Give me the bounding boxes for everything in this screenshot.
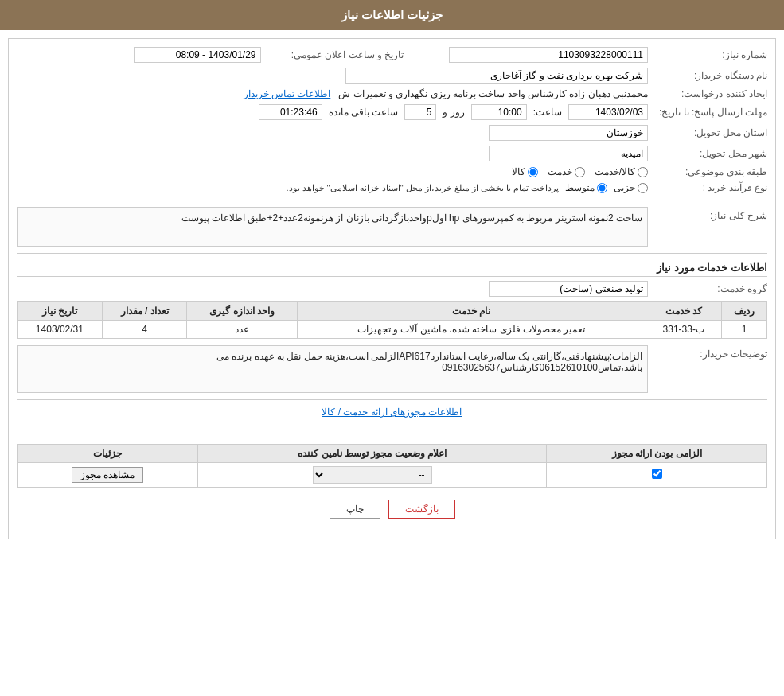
buyer-org-input[interactable]	[345, 68, 648, 84]
permits-status-cell: --	[197, 463, 546, 488]
province-label: استان محل تحویل:	[648, 127, 767, 138]
need-desc-label: شرح کلی نیاز:	[648, 207, 767, 221]
need-number-label: شماره نیاز:	[648, 49, 767, 60]
purchase-type-row: نوع فرآیند خرید : جزیی متوسط پرداخت تمام…	[17, 182, 767, 193]
contact-link[interactable]: اطلاعات تماس خریدار	[244, 88, 331, 99]
province-value	[17, 125, 648, 141]
response-time-input[interactable]	[471, 104, 527, 120]
cell-row: 1	[722, 321, 767, 339]
purchase-type-label: نوع فرآیند خرید :	[648, 182, 767, 193]
datetime-input[interactable]	[134, 47, 261, 63]
print-button[interactable]: چاپ	[330, 500, 380, 519]
city-label: شهر محل تحویل:	[648, 148, 767, 159]
city-value	[17, 146, 648, 161]
province-row: استان محل تحویل:	[17, 125, 767, 141]
view-permit-button[interactable]: مشاهده مجوز	[72, 467, 143, 483]
cell-name: تعمیر محصولات فلزی ساخته شده، ماشین آلات…	[297, 321, 646, 339]
cell-date: 1403/02/31	[18, 321, 103, 339]
remaining-label: ساعت باقی مانده	[329, 107, 399, 118]
bottom-buttons: بازگشت چاپ	[17, 500, 767, 519]
service-group-row: گروه خدمت:	[17, 281, 767, 297]
divider-2	[17, 253, 767, 254]
need-number-row: شماره نیاز: تاریخ و ساعت اعلان عمومی:	[17, 47, 767, 63]
category-khidmat[interactable]: خدمت	[548, 166, 585, 177]
page-container: جزئیات اطلاعات نیاز شماره نیاز: تاریخ و …	[0, 0, 784, 696]
permits-col-status: اعلام وضعیت مجوز توسط نامین کننده	[197, 445, 546, 463]
permits-col-required: الزامی بودن ارائه مجوز	[547, 445, 767, 463]
service-group-value	[17, 281, 648, 297]
radio-kala[interactable]	[528, 167, 538, 177]
response-date-input[interactable]	[568, 104, 648, 120]
need-desc-row: شرح کلی نیاز: ساخت 2نمونه استرینر مربوط …	[17, 207, 767, 247]
requester-value: محمدنبی دهبان زاده کارشناس واحد ساخت برن…	[17, 88, 648, 99]
requester-row: ایجاد کننده درخواست: محمدنبی دهبان زاده …	[17, 88, 767, 99]
buyer-org-row: نام دستگاه خریدار:	[17, 68, 767, 84]
buyer-notes-label: توضیحات خریدار:	[648, 345, 767, 360]
buyer-notes-value: الزامات:پیشنهادفنی،گارانتی یک ساله،رعایت…	[17, 345, 648, 393]
col-qty: تعداد / مقدار	[102, 302, 187, 321]
category-kala[interactable]: کالا	[512, 166, 538, 177]
purchase-note: پرداخت تمام یا بخشی از مبلغ خرید،از محل …	[286, 183, 559, 193]
permits-section-link[interactable]: اطلاعات مجوزهای ارائه خدمت / کالا	[17, 406, 767, 418]
response-deadline-group: ساعت: روز و ساعت باقی مانده	[259, 104, 648, 120]
radio-khidmat[interactable]	[575, 167, 585, 177]
permits-required-checkbox[interactable]	[652, 469, 662, 479]
services-table: ردیف کد خدمت نام خدمت واحد اندازه گیری ت…	[17, 301, 767, 339]
response-deadline-row: مهلت ارسال پاسخ: تا تاریخ: ساعت: روز و س…	[17, 104, 767, 120]
page-title: جزئیات اطلاعات نیاز	[341, 8, 443, 21]
need-number-input[interactable]	[449, 47, 648, 63]
requester-label: ایجاد کننده درخواست:	[648, 88, 767, 99]
service-group-label: گروه خدمت:	[648, 283, 767, 294]
datetime-value	[17, 47, 261, 63]
col-name: نام خدمت	[297, 302, 646, 321]
requester-text: محمدنبی دهبان زاده کارشناس واحد ساخت برن…	[338, 88, 648, 99]
col-date: تاریخ نیاز	[18, 302, 103, 321]
permits-required-cell	[547, 463, 767, 488]
table-row: 1 ب-33-331 تعمیر محصولات فلزی ساخته شده،…	[18, 321, 767, 339]
buyer-org-value	[17, 68, 648, 84]
city-input[interactable]	[489, 146, 648, 161]
radio-kala-khidmat[interactable]	[638, 167, 648, 177]
col-unit: واحد اندازه گیری	[187, 302, 297, 321]
response-days-label: روز و	[443, 107, 464, 118]
need-desc-value: ساخت 2نمونه استرینر مربوط به کمپرسورهای …	[17, 207, 648, 247]
permits-table-row: -- مشاهده مجوز	[18, 463, 767, 488]
cell-qty: 4	[102, 321, 187, 339]
divider-3	[17, 399, 767, 400]
radio-motavasset[interactable]	[597, 183, 607, 193]
datetime-label: تاریخ و ساعت اعلان عمومی:	[261, 49, 404, 60]
permits-details-cell: مشاهده مجوز	[18, 463, 198, 488]
permits-status-select[interactable]: --	[313, 466, 432, 484]
cell-unit: عدد	[187, 321, 297, 339]
response-days-input[interactable]	[404, 104, 436, 120]
purchase-motavasset[interactable]: متوسط	[565, 182, 607, 193]
main-content: شماره نیاز: تاریخ و ساعت اعلان عمومی: نا…	[8, 38, 776, 539]
back-button[interactable]: بازگشت	[388, 500, 455, 519]
remaining-time-input[interactable]	[259, 104, 322, 120]
category-radio-group: کالا/خدمت خدمت کالا	[512, 166, 648, 177]
city-row: شهر محل تحویل:	[17, 146, 767, 161]
category-kala-khidmat[interactable]: کالا/خدمت	[595, 166, 648, 177]
response-time-label: ساعت:	[533, 107, 562, 118]
purchase-jozi[interactable]: جزیی	[614, 182, 648, 193]
category-label: طبقه بندی موضوعی:	[648, 166, 767, 177]
cell-code: ب-33-331	[646, 321, 722, 339]
service-info-title: اطلاعات خدمات مورد نیاز	[17, 262, 767, 277]
need-number-value	[404, 47, 649, 63]
col-row: ردیف	[722, 302, 767, 321]
purchase-type-group: جزیی متوسط پرداخت تمام یا بخشی از مبلغ خ…	[286, 182, 648, 193]
permits-table: الزامی بودن ارائه مجوز اعلام وضعیت مجوز …	[17, 444, 767, 488]
divider-1	[17, 200, 767, 200]
service-group-input[interactable]	[489, 281, 648, 297]
radio-jozi[interactable]	[638, 183, 648, 193]
buyer-notes-row: توضیحات خریدار: الزامات:پیشنهادفنی،گاران…	[17, 345, 767, 393]
col-code: کد خدمت	[646, 302, 722, 321]
permits-col-details: جزئیات	[18, 445, 198, 463]
category-row: طبقه بندی موضوعی: کالا/خدمت خدمت کالا	[17, 166, 767, 177]
buyer-org-label: نام دستگاه خریدار:	[648, 70, 767, 81]
response-deadline-label: مهلت ارسال پاسخ: تا تاریخ:	[648, 107, 767, 118]
province-input[interactable]	[489, 125, 648, 141]
page-header: جزئیات اطلاعات نیاز	[0, 0, 784, 30]
